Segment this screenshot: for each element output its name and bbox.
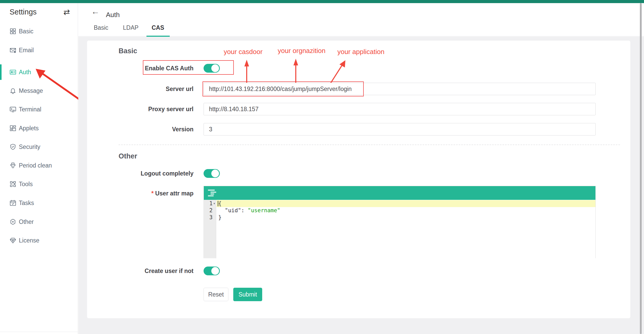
editor-toolbar	[204, 186, 595, 200]
annotation-your-casdoor: your casdoor	[224, 48, 262, 56]
line-number: 2	[204, 207, 213, 214]
sidebar-item-tools[interactable]: Tools	[0, 176, 78, 192]
sidebar-item-basic[interactable]: Basic	[0, 24, 78, 39]
bell-icon	[9, 87, 17, 94]
page-title: Auth	[106, 11, 120, 19]
create-user-if-not-toggle[interactable]	[204, 267, 220, 275]
user-attr-map-editor[interactable]: 1 ▾ { 2 "uid": "username" 3 }	[204, 186, 596, 258]
code-line-2[interactable]: 2 "uid": "username"	[204, 207, 595, 214]
sidebar-item-email[interactable]: Email	[0, 42, 78, 58]
shield-check-icon	[9, 143, 17, 150]
annotation-arrow-application	[327, 59, 348, 85]
back-arrow-icon[interactable]: ←	[91, 7, 99, 16]
sidebar-item-license[interactable]: License	[0, 233, 78, 248]
toggle-knob	[211, 267, 219, 275]
editor-body[interactable]: 1 ▾ { 2 "uid": "username" 3 }	[204, 200, 595, 258]
sidebar-header: Settings ⇄	[0, 3, 78, 21]
terminal-icon	[9, 106, 17, 113]
settings-page: Settings ⇄ Basic Email Auth Message Term…	[0, 0, 644, 334]
auto-format-icon[interactable]	[207, 189, 218, 196]
sidebar-item-other[interactable]: Other	[0, 214, 78, 230]
proxy-server-url-label: Proxy server url	[87, 106, 193, 113]
grid-icon	[9, 28, 17, 35]
code-text: {	[218, 200, 222, 207]
tab-cas[interactable]: CAS	[152, 24, 164, 31]
annotation-arrow-orgnazition	[293, 58, 299, 84]
id-card-icon	[9, 69, 17, 76]
version-label: Version	[87, 126, 193, 133]
sidebar-item-applets[interactable]: Applets	[0, 120, 78, 136]
toggle-knob	[211, 170, 219, 177]
sidebar-item-period-clean[interactable]: Period clean	[0, 158, 78, 173]
reset-button[interactable]: Reset	[204, 288, 228, 301]
page-header: ← Auth Basic LDAP CAS	[78, 3, 644, 36]
calendar-check-icon	[9, 199, 17, 207]
applets-grid-icon	[9, 125, 17, 132]
proxy-server-url-input[interactable]: http://8.140.18.157	[204, 103, 596, 115]
annotation-arrow-casdoor	[244, 59, 250, 84]
gear-icon	[9, 218, 17, 225]
section-other-title: Other	[119, 152, 137, 160]
sidebar-title: Settings	[10, 8, 37, 16]
settings-sidebar: Settings ⇄ Basic Email Auth Message Term…	[0, 3, 78, 334]
brush-icon	[9, 162, 17, 169]
create-user-if-not-label: Create user if not	[87, 268, 193, 275]
line-number: 3	[204, 214, 213, 221]
fold-arrow-icon[interactable]: ▾	[213, 200, 215, 207]
top-brand-bar	[0, 0, 644, 3]
code-text: "uid": "username"	[218, 207, 280, 214]
tab-ldap[interactable]: LDAP	[123, 24, 138, 31]
section-basic-title: Basic	[119, 47, 137, 55]
annotation-your-orgnazition: your orgnazition	[278, 47, 325, 55]
sidebar-item-security[interactable]: Security	[0, 139, 78, 155]
logout-completely-toggle[interactable]	[204, 169, 220, 178]
annotation-box-enable-cas	[143, 60, 234, 75]
sidebar-item-terminal[interactable]: Terminal	[0, 102, 78, 117]
sidebar-footer-divider	[0, 332, 78, 332]
gem-icon	[9, 237, 17, 244]
server-url-label: Server url	[87, 86, 193, 93]
active-line-highlight	[216, 200, 595, 207]
logout-completely-label: Logout completely	[87, 170, 193, 177]
code-line-1[interactable]: 1 ▾ {	[204, 200, 595, 207]
annotation-arrow-auth	[34, 66, 84, 103]
mail-gear-icon	[9, 47, 17, 54]
cas-settings-card: Basic Enable CAS Auth your casdoor your …	[87, 41, 630, 318]
annotation-your-application: your application	[337, 48, 384, 56]
code-text: }	[218, 214, 222, 221]
content-area: Basic Enable CAS Auth your casdoor your …	[78, 37, 644, 334]
collapse-sidebar-icon[interactable]: ⇄	[64, 8, 70, 17]
code-line-3[interactable]: 3 }	[204, 214, 595, 221]
annotation-box-server-url	[203, 81, 364, 96]
user-attr-map-label: *User attr map	[87, 190, 193, 197]
tab-basic[interactable]: Basic	[94, 24, 108, 31]
submit-button[interactable]: Submit	[233, 288, 262, 301]
section-divider	[119, 145, 620, 145]
vertical-scrollbar[interactable]	[640, 3, 642, 334]
required-asterisk: *	[151, 190, 154, 197]
version-input[interactable]: 3	[204, 123, 596, 135]
line-number: 1	[204, 200, 213, 207]
sidebar-item-tasks[interactable]: Tasks	[0, 195, 78, 211]
tools-grid-icon	[9, 180, 17, 188]
